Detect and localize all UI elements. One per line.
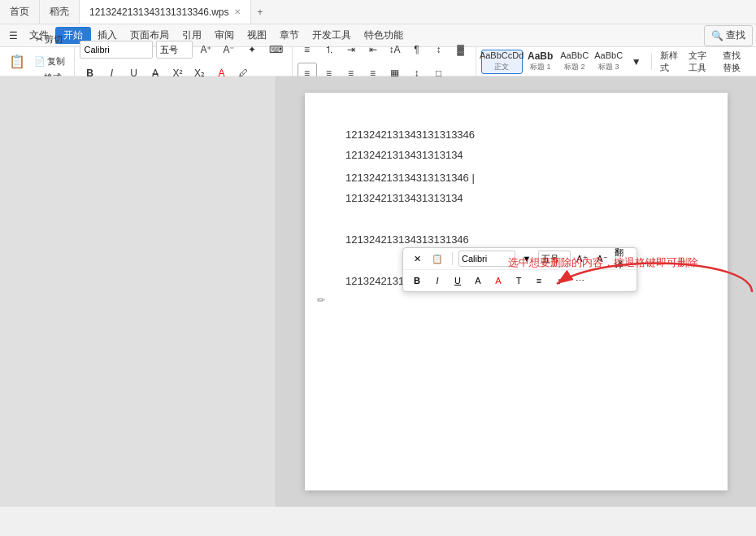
doc-line-3: 121324213134313131346 |	[345, 168, 687, 187]
paste-icon: 📋	[9, 54, 25, 69]
document-page: ✏ 1213242131343131313346 121324213134313…	[305, 93, 728, 490]
style-h1-label: 标题 1	[530, 62, 551, 72]
style-normal-label: 正文	[494, 62, 509, 72]
style-h3-label: 标题 3	[598, 62, 619, 72]
list-button[interactable]: ≡	[298, 39, 317, 60]
add-tab-icon: +	[258, 7, 263, 18]
clear-format-button[interactable]: ✦	[242, 39, 262, 60]
ft-bold-button[interactable]: B	[408, 272, 426, 289]
style-heading3[interactable]: AaBbC 标题 3	[593, 50, 625, 74]
ft-font-color-button[interactable]: A	[489, 272, 507, 289]
font-size-input[interactable]	[156, 41, 193, 59]
style-normal-preview: AaBbCcDd	[480, 50, 524, 61]
style-normal[interactable]: AaBbCcDd 正文	[481, 50, 523, 74]
styles-dropdown-button[interactable]: ▼	[627, 51, 646, 72]
ft-align-button[interactable]: T	[510, 272, 528, 289]
copy-icon: 📄	[34, 56, 46, 67]
left-panel	[0, 76, 276, 507]
add-tab-button[interactable]: +	[251, 0, 270, 24]
tab-shell[interactable]: 稻壳	[40, 0, 80, 24]
show-marks-button[interactable]: ¶	[407, 39, 427, 60]
paragraph-mark-icon: ✏	[317, 294, 325, 306]
ft-copy-button[interactable]: 📋	[428, 251, 446, 267]
font-grow-button[interactable]: A⁺	[196, 39, 215, 60]
cut-icon: ✂	[36, 34, 43, 45]
style-h2-preview: AaBbC	[560, 50, 589, 61]
tab-home[interactable]: 首页	[0, 0, 40, 24]
ft-highlight-button[interactable]: A	[469, 272, 487, 289]
doc-line-5	[345, 210, 687, 229]
cut-button[interactable]: ✂ 剪切	[29, 29, 69, 50]
tab-document[interactable]: 1213242131343131313346.wps ✕	[80, 0, 251, 24]
toolbar-row1: 📋 ✂ 剪切 📄 复制 🖌 格式刷 A⁺ A⁻ ✦	[0, 47, 756, 76]
document-area[interactable]: ✏ 1213242131343131313346 121324213134313…	[276, 76, 756, 507]
style-heading2[interactable]: AaBbC 标题 2	[558, 50, 591, 74]
paragraph-group: ≡ ⒈ ⇥ ⇤ ↕A ¶ ↕ ▓ ≡ ≡ ≡ ≡ ▦ ↕ □	[298, 47, 476, 76]
doc-line-2: 12132421313431313134	[345, 146, 687, 164]
sort-button[interactable]: ↕A	[385, 39, 405, 60]
text-tool-button[interactable]: 文字工具	[684, 51, 717, 72]
ft-more-button[interactable]: ⋯	[571, 272, 589, 289]
doc-line-1: 1213242131343131313346	[345, 125, 687, 144]
search-replace-button[interactable]: 查找替换	[719, 51, 751, 72]
line-spacing-button[interactable]: ↕	[429, 39, 449, 60]
tab-list: 首页 稻壳 1213242131343131313346.wps ✕ +	[0, 0, 270, 24]
indent-increase-button[interactable]: ⇥	[341, 39, 361, 60]
ft-font-input[interactable]	[458, 251, 515, 267]
new-style-button[interactable]: 新样式	[656, 51, 683, 72]
tab-home-label: 首页	[10, 5, 29, 19]
more-font-button[interactable]: ⌨	[265, 39, 287, 60]
copy-button[interactable]: 📄 复制	[29, 51, 69, 72]
style-h1-preview: AaBb	[528, 50, 553, 62]
search-icon: 🔍	[711, 30, 723, 41]
close-tab-icon[interactable]: ✕	[234, 7, 241, 16]
doc-line-4: 12132421313431313134	[345, 189, 687, 207]
ft-close-button[interactable]: ✕	[408, 251, 426, 267]
paste-button[interactable]: 📋	[5, 49, 28, 75]
styles-area: AaBbCcDd 正文 AaBb 标题 1 AaBbC 标题 2 AaBbC 标…	[481, 50, 751, 74]
shading-button[interactable]: ▓	[451, 39, 471, 60]
indent-decrease-button[interactable]: ⇤	[363, 39, 383, 60]
numbering-button[interactable]: ⒈	[319, 39, 339, 60]
doc-line-6: 121324213134313131346	[345, 230, 687, 249]
font-shrink-button[interactable]: A⁻	[219, 39, 238, 60]
search-label: 查找	[726, 28, 745, 42]
annotation-text: 选中想要删除的内容，按退格键即可删除	[508, 255, 698, 270]
ft-spacing-button[interactable]: ↕	[550, 272, 568, 289]
tab-shell-label: 稻壳	[50, 5, 69, 19]
selected-text: 121324213134313131346	[345, 172, 469, 184]
title-bar: 首页 稻壳 1213242131343131313346.wps ✕ +	[0, 0, 756, 24]
clipboard-group: 📋 ✂ 剪切 📄 复制 🖌 格式刷	[5, 47, 75, 76]
hamburger-menu[interactable]: ☰	[3, 25, 23, 46]
ft-paragraph-button[interactable]: ≡	[530, 272, 548, 289]
tab-document-label: 1213242131343131313346.wps	[89, 7, 229, 18]
style-h2-label: 标题 2	[564, 62, 585, 72]
style-h3-preview: AaBbC	[594, 50, 623, 61]
ft-underline-button[interactable]: U	[449, 272, 467, 289]
style-heading1[interactable]: AaBb 标题 1	[524, 50, 557, 74]
font-name-input[interactable]	[80, 41, 153, 59]
ft-italic-button[interactable]: I	[428, 272, 446, 289]
floating-toolbar-row2: B I U A A T ≡ ↕ ⋯	[403, 270, 637, 291]
search-button[interactable]: 🔍 查找	[704, 25, 753, 46]
main-area: ✏ 1213242131343131313346 121324213134313…	[0, 76, 756, 507]
font-group: A⁺ A⁻ ✦ ⌨ B I U A̶ X² X₂ A 🖊	[80, 47, 292, 76]
